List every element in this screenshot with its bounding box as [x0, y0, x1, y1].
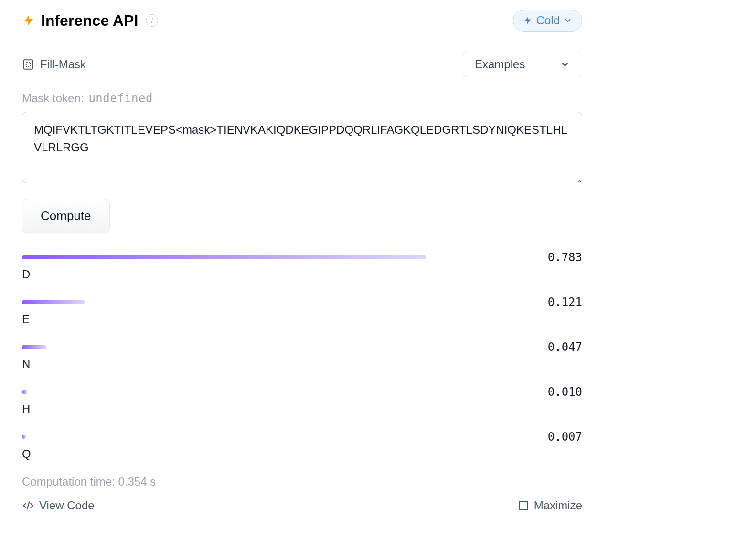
result-bar-track: [22, 390, 538, 394]
maximize-label: Maximize: [534, 499, 582, 512]
maximize-icon: [518, 500, 529, 511]
result-bar-track: [22, 435, 538, 439]
header: Inference API i Cold: [22, 10, 582, 32]
code-icon: [22, 499, 34, 512]
result-row: 0.010H: [22, 385, 582, 416]
task-label: Fill-Mask: [40, 58, 86, 71]
result-bar-line: 0.047: [22, 340, 582, 354]
result-row: 0.047N: [22, 340, 582, 371]
task-type[interactable]: Fill-Mask: [22, 58, 86, 71]
result-score: 0.121: [548, 296, 582, 309]
result-bar-line: 0.010: [22, 385, 582, 399]
svg-rect-3: [519, 501, 528, 510]
fill-mask-icon: [22, 58, 34, 71]
result-bar-line: 0.007: [22, 430, 582, 444]
result-row: 0.783D: [22, 251, 582, 281]
results-list: 0.783D0.121E0.047N0.010H0.007Q: [22, 251, 582, 461]
result-bar-fill: [22, 435, 26, 439]
result-row: 0.007Q: [22, 430, 582, 461]
result-bar-track: [22, 300, 538, 304]
status-dropdown[interactable]: Cold: [513, 10, 582, 32]
result-token-label: N: [22, 358, 582, 371]
result-bar-track: [22, 255, 538, 259]
status-label: Cold: [536, 14, 560, 27]
result-score: 0.783: [548, 251, 582, 264]
footer: View Code Maximize: [22, 499, 582, 512]
result-bar-fill: [22, 300, 85, 304]
result-row: 0.121E: [22, 296, 582, 326]
result-score: 0.047: [548, 340, 582, 354]
result-score: 0.010: [548, 385, 582, 399]
svg-rect-1: [26, 63, 31, 67]
result-token-label: Q: [22, 447, 582, 461]
result-bar-fill: [22, 255, 426, 259]
examples-dropdown[interactable]: Examples: [463, 52, 582, 77]
result-token-label: E: [22, 313, 582, 326]
subheader: Fill-Mask Examples: [22, 52, 582, 77]
svg-line-2: [27, 502, 29, 509]
result-token-label: H: [22, 402, 582, 416]
computation-time: Computation time: 0.354 s: [22, 475, 582, 488]
svg-rect-0: [23, 60, 33, 69]
info-icon[interactable]: i: [146, 14, 158, 27]
result-bar-line: 0.783: [22, 251, 582, 264]
chevron-down-icon: [560, 59, 570, 70]
computation-time-label: Computation time:: [22, 475, 115, 488]
result-bar-fill: [22, 345, 46, 349]
result-bar-line: 0.121: [22, 296, 582, 309]
maximize-link[interactable]: Maximize: [518, 499, 582, 512]
result-token-label: D: [22, 268, 582, 281]
result-score: 0.007: [548, 430, 582, 444]
view-code-link[interactable]: View Code: [22, 499, 95, 512]
mask-token-value: undefined: [88, 92, 153, 105]
result-bar-fill: [22, 390, 27, 394]
chevron-down-icon: [564, 16, 572, 25]
view-code-label: View Code: [39, 499, 95, 512]
mask-token-label: Mask token:: [22, 92, 84, 105]
bolt-icon: [22, 12, 35, 29]
mask-token-row: Mask token: undefined: [22, 92, 582, 105]
examples-label: Examples: [475, 58, 525, 71]
result-bar-track: [22, 345, 538, 349]
bolt-icon: [523, 15, 533, 26]
compute-button[interactable]: Compute: [22, 199, 110, 233]
page-title: Inference API: [41, 12, 138, 30]
header-left: Inference API i: [22, 12, 158, 30]
computation-time-value: 0.354 s: [118, 475, 156, 488]
input-textarea[interactable]: [22, 112, 582, 183]
